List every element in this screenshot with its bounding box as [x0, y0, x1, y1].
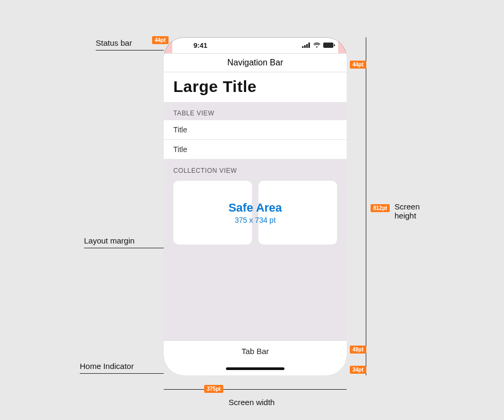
navigation-bar-title: Navigation Bar [228, 58, 283, 68]
battery-icon [323, 43, 335, 48]
svg-rect-0 [302, 46, 304, 48]
label-screen-height: Screen height [394, 202, 420, 220]
status-icons [302, 43, 335, 48]
collection-view-header: COLLECTION VIEW [164, 159, 347, 178]
diagram-stage: Status bar Layout margin Home Indicator … [0, 0, 504, 420]
label-screen-width: Screen width [229, 398, 275, 407]
svg-rect-5 [334, 44, 335, 46]
status-bar: 9:41 [164, 37, 347, 53]
label-layout-margin: Layout margin [84, 236, 135, 245]
label-status-bar: Status bar [96, 38, 132, 47]
large-title: Large Title [164, 72, 347, 102]
guide-home-indicator [80, 373, 164, 374]
cellular-icon [302, 43, 310, 48]
guide-layout-margin [84, 248, 170, 248]
label-home-indicator: Home Indicator [80, 362, 134, 371]
home-indicator[interactable] [226, 367, 284, 370]
table-row[interactable]: Title [164, 120, 347, 140]
dim-nav-height: 44pt [350, 61, 366, 69]
collection-row [164, 178, 347, 252]
wifi-icon [313, 43, 321, 48]
table-view-header: TABLE VIEW [164, 102, 347, 120]
status-time: 9:41 [194, 41, 207, 49]
guide-screen-height [366, 37, 366, 375]
content-area: TABLE VIEW Title Title COLLECTION VIEW S… [164, 102, 347, 340]
phone-frame: 9:41 Navigation Bar Large Title TABLE VI… [164, 37, 347, 375]
svg-rect-2 [306, 44, 308, 48]
dim-home-height: 34pt [350, 366, 366, 374]
dim-screen-height: 812pt [371, 204, 390, 212]
tab-bar[interactable]: Tab Bar [164, 340, 347, 362]
phone-screen: 9:41 Navigation Bar Large Title TABLE VI… [164, 37, 347, 375]
home-indicator-area [164, 362, 347, 375]
guide-screen-width [164, 389, 347, 390]
tab-bar-label: Tab Bar [241, 347, 269, 356]
dim-screen-width: 375pt [204, 385, 223, 393]
svg-rect-3 [308, 43, 310, 48]
table-row[interactable]: Title [164, 140, 347, 159]
svg-rect-4 [323, 43, 333, 48]
dim-status-height: 44pt [152, 36, 169, 44]
collection-card[interactable] [173, 181, 252, 245]
collection-card[interactable] [258, 181, 337, 245]
dim-tab-height: 49pt [350, 346, 366, 354]
navigation-bar[interactable]: Navigation Bar [164, 53, 347, 72]
svg-rect-1 [304, 45, 306, 48]
guide-status-bar [96, 50, 164, 51]
